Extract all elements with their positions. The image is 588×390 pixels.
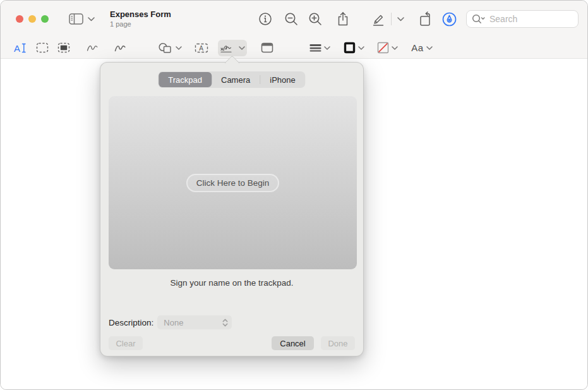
- highlight-pen-icon: [371, 12, 386, 27]
- text-selection-tool[interactable]: A: [13, 40, 28, 56]
- description-value: None: [164, 318, 183, 327]
- toolbar-separator: [391, 13, 392, 25]
- traffic-lights: [16, 15, 49, 23]
- note-icon: [261, 42, 273, 53]
- titlebar: Expenses Form 1 page: [1, 1, 587, 37]
- fill-color-tool[interactable]: [373, 40, 401, 56]
- shapes-icon: [158, 42, 173, 54]
- close-icon[interactable]: [16, 15, 23, 23]
- signature-source-segmented-control: Trackpad Camera iPhone: [158, 71, 305, 88]
- tab-iphone[interactable]: iPhone: [260, 72, 304, 87]
- chevron-down-icon: [176, 46, 182, 50]
- sidebar-icon: [69, 13, 83, 25]
- fill-color-icon: [377, 42, 389, 54]
- preview-window: Expenses Form 1 page: [0, 0, 588, 390]
- text-select-icon: A: [13, 42, 27, 54]
- text-style-label: Aa: [411, 42, 423, 53]
- text-box-tool[interactable]: A: [194, 40, 209, 56]
- search-input[interactable]: [489, 14, 565, 24]
- tab-camera[interactable]: Camera: [212, 72, 260, 87]
- rotate-button[interactable]: [418, 10, 433, 28]
- rect-select-icon: [36, 42, 49, 53]
- chevron-down-icon: [426, 46, 433, 50]
- border-color-icon: [344, 42, 356, 54]
- signature-icon: [220, 42, 236, 53]
- zoom-in-button[interactable]: [308, 10, 323, 28]
- zoom-window-icon[interactable]: [41, 15, 49, 23]
- titlebar-actions: [258, 1, 579, 37]
- border-color-tool[interactable]: [340, 40, 368, 56]
- signature-popover: Trackpad Camera iPhone Click Here to Beg…: [100, 62, 364, 356]
- signature-instructions: Sign your name on the trackpad.: [100, 278, 363, 288]
- sketch-tool[interactable]: [85, 40, 100, 56]
- share-button[interactable]: [335, 10, 351, 28]
- search-icon: [472, 14, 486, 24]
- begin-signature-button[interactable]: Click Here to Begin: [186, 174, 280, 192]
- description-row: Description: None: [109, 315, 232, 329]
- zoom-out-button[interactable]: [284, 10, 299, 28]
- cancel-button[interactable]: Cancel: [272, 336, 314, 350]
- signature-tool[interactable]: [218, 40, 247, 56]
- redact-tool[interactable]: [56, 40, 71, 56]
- minimize-icon[interactable]: [28, 15, 36, 23]
- document-title-block: Expenses Form 1 page: [110, 10, 171, 28]
- share-icon: [337, 11, 349, 27]
- page-count: 1 page: [110, 20, 171, 28]
- chevron-down-icon: [358, 46, 364, 50]
- search-field[interactable]: [466, 10, 579, 28]
- chevron-down-icon: [88, 17, 95, 21]
- markup-toolbar: A: [1, 37, 587, 59]
- chevron-down-icon: [239, 46, 245, 50]
- draw-tool[interactable]: [113, 40, 128, 56]
- chevron-down-icon: [324, 46, 330, 50]
- rotate-icon: [418, 11, 433, 27]
- text-box-icon: A: [195, 43, 208, 53]
- info-icon: [258, 12, 272, 26]
- stepper-icon: [222, 319, 228, 327]
- markup-toolbar-button[interactable]: [441, 10, 457, 28]
- redact-icon: [57, 42, 70, 53]
- done-button[interactable]: Done: [321, 336, 355, 350]
- popover-actions: Clear Cancel Done: [109, 336, 355, 350]
- tab-trackpad[interactable]: Trackpad: [159, 72, 212, 87]
- sketch-icon: [87, 43, 99, 52]
- svg-text:A: A: [14, 42, 20, 53]
- markup-pen-icon: [441, 11, 457, 27]
- line-style-icon: [309, 44, 321, 52]
- highlight-button[interactable]: [371, 10, 386, 28]
- zoom-in-icon: [308, 12, 323, 27]
- svg-text:A: A: [199, 44, 203, 51]
- note-tool[interactable]: [260, 40, 275, 56]
- highlight-menu-button[interactable]: [395, 10, 405, 28]
- signature-capture-area[interactable]: Click Here to Begin: [109, 96, 357, 269]
- chevron-down-icon: [392, 46, 398, 50]
- shapes-tool[interactable]: [156, 40, 184, 56]
- draw-icon: [114, 43, 127, 52]
- clear-button[interactable]: Clear: [109, 336, 143, 350]
- info-button[interactable]: [258, 10, 273, 28]
- sidebar-toggle-button[interactable]: [69, 13, 95, 25]
- zoom-out-icon: [284, 12, 299, 27]
- rect-selection-tool[interactable]: [35, 40, 50, 56]
- description-dropdown[interactable]: None: [157, 315, 232, 329]
- description-label: Description:: [109, 318, 153, 327]
- page-title: Expenses Form: [110, 10, 171, 20]
- text-style-tool[interactable]: Aa: [408, 40, 436, 56]
- shape-style-tool[interactable]: [306, 40, 333, 56]
- chevron-down-icon: [397, 17, 404, 21]
